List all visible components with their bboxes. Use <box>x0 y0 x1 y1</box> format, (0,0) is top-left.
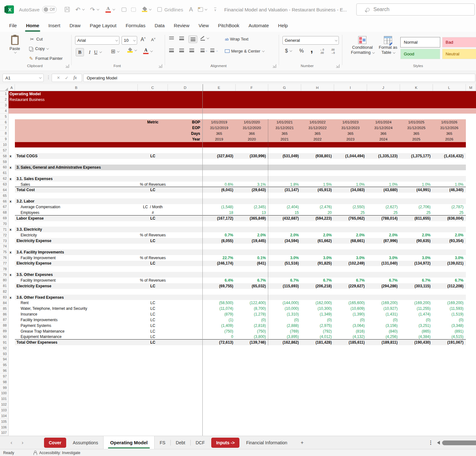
comma-button[interactable]: , <box>310 44 313 54</box>
underline-button[interactable]: U <box>94 48 101 56</box>
cell-G80[interactable]: 6.7% <box>268 278 301 283</box>
gridlines-checkbox[interactable] <box>157 0 162 19</box>
cell-H63[interactable]: 1.5% <box>301 182 334 187</box>
number-launcher-icon[interactable] <box>336 64 340 68</box>
font-color-button[interactable]: A <box>143 48 152 54</box>
cell-H86[interactable]: (1,349) <box>301 311 334 317</box>
cell-F64[interactable]: (29,643) <box>236 187 268 193</box>
row-header-1[interactable]: 1 <box>0 91 8 97</box>
cell-G76[interactable]: 3.0% <box>268 255 301 261</box>
cell-F67[interactable]: (2,345) <box>236 204 268 210</box>
row-header-4[interactable]: 4 <box>0 108 8 114</box>
row-header-83[interactable]: 83 <box>0 295 8 300</box>
group-marker[interactable]: x <box>10 295 11 300</box>
row-header-105[interactable]: 105 <box>0 419 8 424</box>
cell-J68[interactable]: 25 <box>367 210 400 216</box>
row-header-57[interactable]: 57 <box>0 148 8 153</box>
cell-F84[interactable]: (122,400) <box>236 300 268 306</box>
cell-H76[interactable]: 3.0% <box>301 255 334 261</box>
orientation-button[interactable] <box>200 36 208 41</box>
cell-K64[interactable]: (44,991) <box>400 187 433 193</box>
cell-E85[interactable]: (11,074) <box>203 306 236 311</box>
cell-G63[interactable]: 1.8% <box>268 182 301 187</box>
cell-K86[interactable]: (1,474) <box>400 311 433 317</box>
ribbon-tab-file[interactable]: File <box>9 22 17 29</box>
cell-J63[interactable]: 1.0% <box>367 182 400 187</box>
row-header-73[interactable]: 73 <box>0 238 8 244</box>
row-header-60[interactable]: 60 <box>0 165 8 170</box>
cell-J67[interactable]: (2,627) <box>367 204 400 210</box>
cell-E84[interactable]: (58,500) <box>203 300 236 306</box>
column-header-B[interactable]: B <box>15 84 138 91</box>
tabbar-grip-icon[interactable]: ⋮ <box>428 440 433 446</box>
period-BOP-col8[interactable]: 1/01/2026 <box>433 119 466 125</box>
row-header-106[interactable]: 106 <box>0 424 8 430</box>
row-label[interactable]: Sales <box>21 182 30 187</box>
cell-G64[interactable]: (31,147) <box>268 187 301 193</box>
row-header-104[interactable]: 104 <box>0 413 8 419</box>
cell-H88[interactable]: (2,975) <box>301 323 334 328</box>
period-Days-col2[interactable]: 366 <box>236 131 268 136</box>
new-sheet-button[interactable]: + <box>301 440 303 446</box>
period-Year-col7[interactable]: 2025 <box>400 136 433 142</box>
row-label[interactable]: 3.5. Other Expesnes <box>16 272 53 278</box>
row-label[interactable]: 3. Sales, General and Administrative Exp… <box>16 165 101 170</box>
cell-E87[interactable]: (1) <box>203 317 236 323</box>
excel-logo-icon[interactable]: X <box>6 5 14 14</box>
cell-K84[interactable]: (169,200) <box>400 300 433 306</box>
cell-G68[interactable]: 15 <box>268 210 301 216</box>
period-BOP-col1[interactable]: 1/01/2019 <box>203 119 236 125</box>
cell-I88[interactable]: (3,064) <box>334 323 367 328</box>
row-unit[interactable]: LC <box>138 311 168 317</box>
row-label[interactable]: Rent <box>21 300 29 306</box>
column-header-I[interactable]: I <box>334 84 367 91</box>
cell-E72[interactable]: 0.7% <box>203 232 236 238</box>
decrease-decimal-button[interactable]: .00→0 <box>331 48 335 54</box>
cell-E86[interactable]: (879) <box>203 311 236 317</box>
row-header-95[interactable]: 95 <box>0 362 8 368</box>
cell-J89[interactable]: (840) <box>367 328 400 334</box>
row-header-88[interactable]: 88 <box>0 323 8 328</box>
row-label[interactable]: Electricity Expense <box>16 261 51 266</box>
undo-icon[interactable]: ↶ <box>75 0 84 19</box>
align-bottom-button[interactable] <box>188 35 197 43</box>
cell-K90[interactable]: (4,384) <box>400 334 433 340</box>
cell-L91[interactable]: (191,067) <box>433 340 466 345</box>
row-label[interactable]: Electricity Expense <box>16 238 51 244</box>
cell-L73[interactable]: (93,354) <box>433 238 466 244</box>
cell-F90[interactable]: (3,800) <box>236 334 268 340</box>
font-color-qat-icon[interactable]: A <box>105 0 114 19</box>
tabs-scroll-left-icon[interactable]: ‹ <box>5 440 18 446</box>
period-Year-col1[interactable]: 2019 <box>203 136 236 142</box>
cell-E73[interactable]: (8,055) <box>203 238 236 244</box>
sheet-tab-financial-information[interactable]: Financial Information <box>241 436 292 449</box>
cancel-icon[interactable]: × <box>57 75 60 81</box>
cell-G90[interactable]: (3,895) <box>268 334 301 340</box>
cell-I89[interactable]: (816) <box>334 328 367 334</box>
cell-I80[interactable]: 6.7% <box>334 278 367 283</box>
grow-font-button[interactable]: A˄ <box>141 37 146 42</box>
column-header-K[interactable]: K <box>400 84 433 91</box>
row-label[interactable]: Facility Improvement <box>21 278 56 283</box>
align-middle-button[interactable] <box>179 37 184 40</box>
sheet-tab-fs[interactable]: FS <box>155 436 170 449</box>
row-header-91[interactable]: 91 <box>0 340 8 345</box>
period-Year-col3[interactable]: 2021 <box>268 136 301 142</box>
row-header-59[interactable]: 59 <box>0 159 8 165</box>
cell-K72[interactable]: 2.0% <box>400 232 433 238</box>
cell-J73[interactable]: (87,996) <box>367 238 400 244</box>
row-unit[interactable]: LC <box>138 153 168 159</box>
cell-F86[interactable]: (1,278) <box>236 311 268 317</box>
clipboard-launcher-icon[interactable] <box>66 64 69 68</box>
cut-button[interactable]: ✂Cut <box>30 37 43 41</box>
cell-L72[interactable]: 2.0% <box>433 232 466 238</box>
row-header-100[interactable]: 100 <box>0 390 8 396</box>
row-header-84[interactable]: 84 <box>0 300 8 306</box>
name-box[interactable]: A1 <box>3 74 44 82</box>
row-header-94[interactable]: 94 <box>0 357 8 362</box>
cell-I86[interactable]: (1,390) <box>334 311 367 317</box>
cell-J84[interactable]: (169,200) <box>367 300 400 306</box>
cell-E76[interactable]: 22.7% <box>203 255 236 261</box>
hscroll-left-arrow-icon[interactable] <box>437 441 440 445</box>
period-Days-col6[interactable]: 366 <box>367 131 400 136</box>
